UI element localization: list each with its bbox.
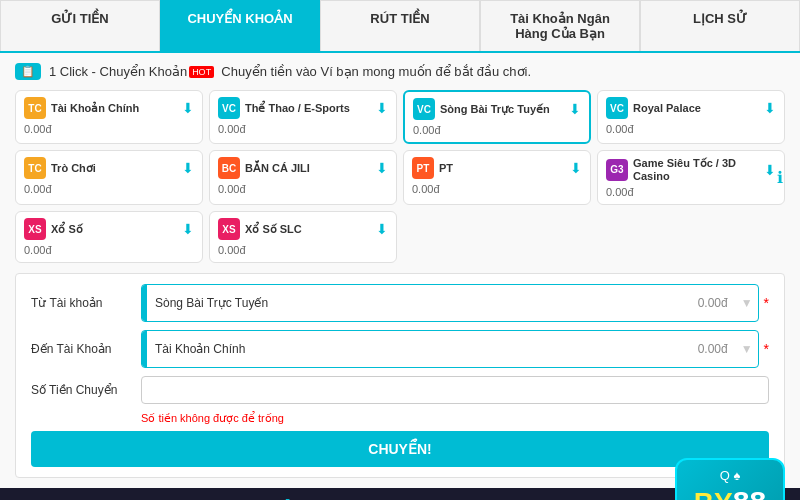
transfer-form: Từ Tài khoản Sòng Bài Trực Tuyến 0.00đ ▼… [15, 273, 785, 478]
banner-row: 📋 1 Click - Chuyển Khoản HOT Chuyển tiền… [15, 63, 785, 80]
banner-description: Chuyển tiền vào Ví bạn mong muốn để bắt … [221, 64, 531, 79]
wallet-balance-6: 0.00đ [412, 183, 582, 195]
wallet-balance-2: 0.00đ [413, 124, 581, 136]
banner-prefix: 1 Click - Chuyển Khoản [49, 64, 187, 79]
wallet-card-song-bai[interactable]: VC Sòng Bài Trực Tuyến ⬇ 0.00đ [403, 90, 591, 144]
tab-chuyen-khoan[interactable]: CHUYỂN KHOẢN [160, 0, 320, 51]
wallet-card-xo-so-slc[interactable]: XS Xổ Số SLC ⬇ 0.00đ [209, 211, 397, 263]
to-row: Đến Tài Khoản Tài Khoản Chính 0.00đ ▼ * [31, 330, 769, 368]
logo-num: 88 [733, 485, 766, 500]
wallet-balance-4: 0.00đ [24, 183, 194, 195]
wallet-download-0[interactable]: ⬇ [182, 100, 194, 116]
tab-tai-khoan-ngan-hang[interactable]: Tài Khoản Ngân Hàng Của Bạn [480, 0, 640, 51]
scroll-down-icon[interactable]: ℹ [777, 167, 783, 186]
wallet-download-8[interactable]: ⬇ [182, 221, 194, 237]
wallet-card-royal-palace[interactable]: VC Royal Palace ⬇ 0.00đ [597, 90, 785, 144]
wallet-name-5: BẮN CÁ JILI [245, 162, 310, 175]
from-required-star: * [764, 295, 769, 311]
wallet-download-4[interactable]: ⬇ [182, 160, 194, 176]
error-message: Số tiền không được để trống [141, 412, 769, 425]
wallet-icon-vc1: VC [218, 97, 240, 119]
tab-lich-su[interactable]: LỊCH SỬ [640, 0, 800, 51]
wallet-download-5[interactable]: ⬇ [376, 160, 388, 176]
wallet-name-6: PT [439, 162, 453, 174]
tab-bar: GỬI TIỀN CHUYỂN KHOẢN RÚT TIỀN Tài Khoản… [0, 0, 800, 53]
wallet-balance-3: 0.00đ [606, 123, 776, 135]
banner-icon: 📋 [15, 63, 41, 80]
submit-button[interactable]: CHUYỂN! [31, 431, 769, 467]
wallet-download-9[interactable]: ⬇ [376, 221, 388, 237]
wallet-icon-vc2: VC [413, 98, 435, 120]
logo-by88-text: BY88 [689, 485, 771, 500]
wallet-icon-tc2: TC [24, 157, 46, 179]
wallet-name-0: Tài Khoản Chính [51, 102, 139, 115]
wallet-name-1: Thể Thao / E-Sports [245, 102, 350, 115]
by88-logo-box: Q ♠ BY88 VIN BY88.VIN [675, 458, 785, 500]
wallet-card-pt[interactable]: PT PT ⬇ 0.00đ [403, 150, 591, 205]
amount-label: Số Tiền Chuyển [31, 383, 141, 397]
to-input-wrap: Tài Khoản Chính 0.00đ ▼ [141, 330, 759, 368]
wallet-name-8: Xổ Số [51, 223, 83, 236]
wallet-download-2[interactable]: ⬇ [569, 101, 581, 117]
wallet-balance-5: 0.00đ [218, 183, 388, 195]
bottom-banner: THÔNG TIN RÚT TIỀN BY88 Q ♠ BY88 VIN BY8… [0, 488, 800, 500]
wallet-download-3[interactable]: ⬇ [764, 100, 776, 116]
main-content: 📋 1 Click - Chuyển Khoản HOT Chuyển tiền… [0, 53, 800, 488]
wallet-balance-0: 0.00đ [24, 123, 194, 135]
wallet-grid: TC Tài Khoản Chính ⬇ 0.00đ VC Thể Thao /… [15, 90, 785, 263]
wallet-balance-9: 0.00đ [218, 244, 388, 256]
wallet-name-2: Sòng Bài Trực Tuyến [440, 103, 550, 116]
wallet-card-xo-so[interactable]: XS Xổ Số ⬇ 0.00đ [15, 211, 203, 263]
wallet-name-4: Trò Chơi [51, 162, 96, 175]
wallet-grid-wrapper: TC Tài Khoản Chính ⬇ 0.00đ VC Thể Thao /… [15, 90, 785, 263]
wallet-download-7[interactable]: ⬇ [764, 162, 776, 178]
from-amount: 0.00đ [690, 296, 736, 310]
wallet-icon-g3: G3 [606, 159, 628, 181]
from-value: Sòng Bài Trực Tuyến [147, 290, 690, 316]
wallet-card-the-thao[interactable]: VC Thể Thao / E-Sports ⬇ 0.00đ [209, 90, 397, 144]
amount-input[interactable] [141, 376, 769, 404]
from-dropdown-icon[interactable]: ▼ [736, 296, 758, 310]
wallet-name-7: Game Siêu Tốc / 3D Casino [633, 157, 764, 182]
from-label: Từ Tài khoản [31, 296, 141, 310]
to-label: Đến Tài Khoản [31, 342, 141, 356]
wallet-icon-vc3: VC [606, 97, 628, 119]
logo-by: BY [694, 487, 733, 500]
wallet-download-6[interactable]: ⬇ [570, 160, 582, 176]
wallet-card-game-sieu-toc[interactable]: G3 Game Siêu Tốc / 3D Casino ⬇ 0.00đ [597, 150, 785, 205]
wallet-icon-xs2: XS [218, 218, 240, 240]
tab-gui-tien[interactable]: GỬI TIỀN [0, 0, 160, 51]
banner-hot: HOT [189, 66, 214, 78]
to-value: Tài Khoản Chính [147, 336, 690, 362]
wallet-download-1[interactable]: ⬇ [376, 100, 388, 116]
wallet-card-ban-ca[interactable]: BC BẮN CÁ JILI ⬇ 0.00đ [209, 150, 397, 205]
from-input-wrap: Sòng Bài Trực Tuyến 0.00đ ▼ [141, 284, 759, 322]
wallet-card-tro-choi[interactable]: TC Trò Chơi ⬇ 0.00đ [15, 150, 203, 205]
wallet-icon-tc: TC [24, 97, 46, 119]
tab-rut-tien[interactable]: RÚT TIỀN [320, 0, 480, 51]
logo-cards: Q ♠ [689, 468, 771, 483]
wallet-icon-bc: BC [218, 157, 240, 179]
wallet-name-3: Royal Palace [633, 102, 701, 114]
wallet-balance-8: 0.00đ [24, 244, 194, 256]
to-dropdown-icon[interactable]: ▼ [736, 342, 758, 356]
wallet-name-9: Xổ Số SLC [245, 223, 302, 236]
wallet-balance-1: 0.00đ [218, 123, 388, 135]
to-amount: 0.00đ [690, 342, 736, 356]
wallet-icon-pt: PT [412, 157, 434, 179]
wallet-card-tai-khoan-chinh[interactable]: TC Tài Khoản Chính ⬇ 0.00đ [15, 90, 203, 144]
amount-row: Số Tiền Chuyển [31, 376, 769, 404]
from-row: Từ Tài khoản Sòng Bài Trực Tuyến 0.00đ ▼… [31, 284, 769, 322]
to-required-star: * [764, 341, 769, 357]
wallet-balance-7: 0.00đ [606, 186, 776, 198]
wallet-icon-xs1: XS [24, 218, 46, 240]
